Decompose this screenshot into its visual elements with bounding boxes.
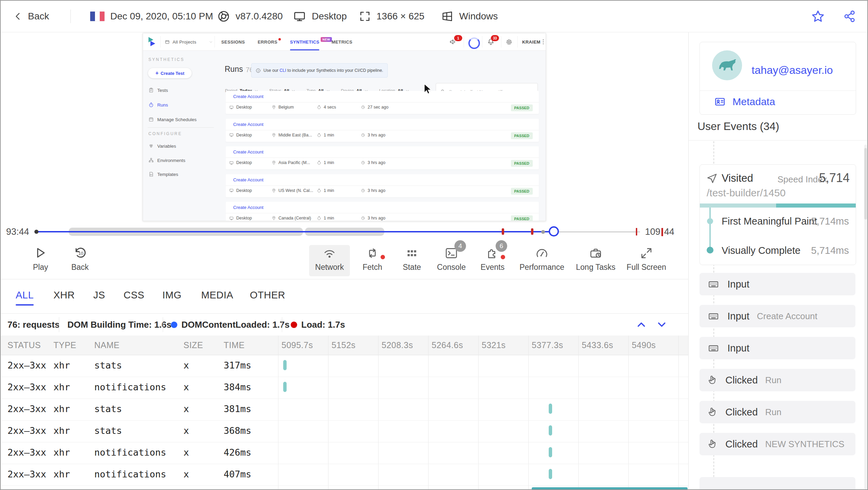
tab-media[interactable]: MEDIA	[201, 290, 233, 301]
network-request-row[interactable]: 2xx–3xx xhr stats x 317ms	[1, 355, 688, 377]
timeline-remaining[interactable]	[559, 231, 640, 232]
kebab-menu-button[interactable]	[540, 38, 546, 45]
sidebar-item-variables[interactable]: Variables	[148, 142, 176, 150]
back-button[interactable]: Back	[14, 1, 49, 32]
tab-synthetics[interactable]: SYNTHETICS NEW	[290, 33, 332, 50]
network-wifi-icon	[322, 246, 337, 260]
tab-metrics[interactable]: METRICS	[332, 33, 352, 50]
sidebar-item-runs[interactable]: Runs	[148, 101, 168, 109]
run-name-link[interactable]: Create Account	[233, 177, 263, 182]
jump-previous-button[interactable]	[634, 318, 648, 331]
settings-button[interactable]	[505, 38, 513, 46]
console-panel-button[interactable]: 4 Console	[431, 245, 472, 276]
run-card[interactable]: Create Account Desktop US West (N. Cal..…	[226, 174, 539, 197]
network-request-row[interactable]: 2xx–3xx xhr notifications x 407ms	[1, 464, 688, 486]
long-tasks-panel-button[interactable]: Long Tasks	[572, 245, 620, 276]
visited-event-card[interactable]: Visited Speed Index 5,714 /test-builder/…	[700, 164, 856, 265]
network-request-row[interactable]: 2xx–3xx xhr notifications x 384ms	[1, 377, 688, 399]
vc-dot	[707, 247, 713, 254]
run-card[interactable]: Create Account Desktop Asia Pacific (M..…	[226, 146, 539, 169]
run-name-link[interactable]: Create Account	[233, 122, 263, 127]
share-button[interactable]	[843, 1, 856, 32]
notifications-button[interactable]: 33	[487, 38, 495, 46]
network-request-row[interactable]: 2xx–3xx xhr stats x 368ms	[1, 420, 688, 442]
create-test-button[interactable]: + Create Test	[148, 68, 192, 78]
user-event-card[interactable]: Input	[700, 273, 855, 295]
sidebar-item-manage-schedules[interactable]: Manage Schedules	[148, 116, 197, 123]
divider	[70, 10, 71, 23]
replayed-app-screen: All Projects SESSIONS ERRORS SYNTHETICS …	[143, 33, 546, 221]
timeline-progress[interactable]	[37, 231, 549, 232]
clipboard-icon	[148, 87, 154, 93]
tab-js[interactable]: JS	[93, 290, 105, 301]
fetch-panel-button[interactable]: Fetch	[352, 245, 393, 276]
request-time: 407ms	[224, 469, 251, 479]
event-card-partial[interactable]	[700, 477, 855, 490]
timeline-error-marker[interactable]	[531, 228, 533, 235]
request-time: 317ms	[224, 360, 251, 371]
run-time-ago: 3 hrs ago	[361, 216, 385, 220]
col-time-tick: 5264.6s	[432, 340, 463, 350]
run-card[interactable]: Create Account Desktop Middle East (Ba..…	[226, 119, 539, 142]
user-card: tahay@asayer.io Metadata	[700, 42, 856, 115]
events-panel-button[interactable]: 6 Events	[472, 245, 513, 276]
location-pin-icon	[272, 216, 276, 220]
col-time-tick: 5095.7s	[282, 340, 313, 350]
user-event-card[interactable]: Input	[700, 337, 855, 359]
play-button[interactable]: Play	[20, 245, 61, 276]
run-name-link[interactable]: Create Account	[233, 94, 263, 99]
cli-link[interactable]: CLI	[279, 68, 286, 73]
device-info: Desktop	[293, 1, 347, 32]
run-card[interactable]: Create Account Desktop Canada (Central) …	[226, 202, 539, 221]
user-email-link[interactable]: tahay@asayer.io	[752, 64, 833, 77]
metadata-button[interactable]: Metadata	[713, 96, 775, 108]
run-name-link[interactable]: Create Account	[233, 205, 263, 210]
request-name: notifications	[94, 382, 166, 392]
jump-next-button[interactable]	[655, 318, 669, 331]
animal-avatar-icon	[718, 58, 737, 73]
back-10-seconds-button[interactable]: 10 Back	[60, 245, 100, 276]
request-name: notifications	[94, 469, 166, 479]
timeline-event-dot[interactable]	[541, 230, 545, 234]
sidebar-item-environments[interactable]: Environments	[148, 157, 186, 164]
playhead-handle[interactable]	[549, 226, 559, 236]
tab-sessions[interactable]: SESSIONS	[221, 33, 245, 50]
user-event-card[interactable]: Clicked Run	[700, 401, 855, 423]
timeline-error-marker[interactable]	[636, 228, 637, 235]
favorite-button[interactable]	[811, 1, 825, 32]
sidebar-item-tests[interactable]: Tests	[148, 86, 168, 94]
network-request-row[interactable]: 2xx–3xx xhr stats x 381ms	[1, 398, 688, 421]
timeline-error-marker[interactable]	[502, 228, 504, 235]
user-menu[interactable]: KRAIEM	[522, 33, 541, 50]
run-device: Desktop	[229, 188, 252, 193]
visited-label: Visited	[722, 172, 753, 184]
network-panel-button[interactable]: Network	[309, 245, 350, 276]
tab-other[interactable]: OTHER	[250, 290, 285, 301]
announcements-button[interactable]: 1	[449, 38, 457, 46]
sidebar-scrollbar-thumb[interactable]	[864, 148, 867, 219]
state-panel-button[interactable]: State	[391, 245, 432, 276]
desktop-monitor-icon	[229, 216, 234, 220]
tab-img[interactable]: IMG	[162, 290, 181, 301]
tab-errors[interactable]: ERRORS	[258, 33, 280, 50]
tab-xhr[interactable]: XHR	[53, 290, 75, 301]
browser-version: v87.0.4280	[236, 11, 283, 22]
event-type-label: Clicked	[725, 439, 758, 450]
network-request-row[interactable]: 2xx–3xx xhr notifications x 426ms	[1, 442, 688, 464]
full-screen-button[interactable]: Full Screen	[621, 245, 672, 276]
project-selector[interactable]: All Projects	[165, 33, 213, 50]
run-name-link[interactable]: Create Account	[233, 149, 263, 154]
user-event-card[interactable]: Clicked NEW SYNTHETICS	[700, 433, 855, 455]
sidebar-item-templates[interactable]: Templates	[148, 170, 178, 178]
os-label: Windows	[459, 11, 498, 22]
tab-all[interactable]: ALL	[16, 290, 34, 301]
fetch-icon	[365, 246, 380, 260]
performance-panel-button[interactable]: Performance	[516, 245, 567, 276]
sidebar-section-configure: CONFIGURE	[148, 131, 182, 136]
user-event-card[interactable]: Clicked Run	[700, 369, 855, 391]
user-event-card[interactable]: Input Create Account	[700, 305, 855, 327]
waterfall-scrollbar[interactable]	[532, 487, 688, 490]
tab-css[interactable]: CSS	[124, 290, 144, 301]
desktop-monitor-icon	[293, 10, 306, 23]
run-card[interactable]: Create Account Desktop Belgium 4 secs 27…	[226, 91, 539, 114]
